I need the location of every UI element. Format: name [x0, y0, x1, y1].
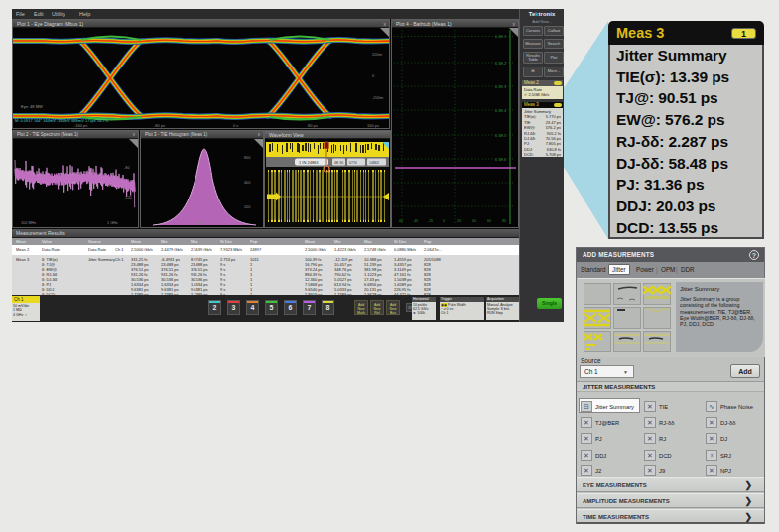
svg-text:60: 60: [487, 219, 491, 223]
svg-text:-60: -60: [398, 219, 403, 223]
svg-text:0: 0: [443, 219, 445, 223]
svg-text:400: 400: [244, 181, 250, 185]
svg-text:-80: -80: [124, 166, 130, 170]
svg-text:200m: 200m: [372, 52, 383, 57]
svg-text:-120: -120: [124, 196, 132, 200]
svg-text:80: 80: [502, 219, 506, 223]
svg-text:0770: 0770: [349, 161, 357, 165]
svg-text:0.1E-5: 0.1E-5: [495, 134, 506, 138]
svg-text:1 GHz: 1 GHz: [107, 221, 118, 225]
svg-text:40: 40: [472, 219, 476, 223]
svg-text:0: 0: [372, 73, 375, 78]
svg-text:20: 20: [457, 219, 461, 223]
svg-text:0.1E-1: 0.1E-1: [495, 35, 506, 39]
svg-text:0.1E-6: 0.1E-6: [495, 158, 506, 162]
svg-text:0.1E-2: 0.1E-2: [495, 62, 506, 66]
svg-text:-18.8: -18.8: [195, 221, 204, 225]
svg-text:800: 800: [244, 156, 250, 160]
svg-text:200: 200: [244, 205, 250, 209]
svg-text:-20: -20: [428, 219, 433, 223]
svg-text:0.1E-4: 0.1E-4: [495, 109, 506, 113]
svg-text:14863: 14863: [369, 161, 379, 165]
svg-text:100 MHz: 100 MHz: [21, 221, 36, 225]
svg-text:-200m: -200m: [372, 95, 384, 100]
svg-text:1 IN 24863: 1 IN 24863: [299, 160, 319, 165]
svg-text:0.1E-3: 0.1E-3: [495, 85, 506, 89]
svg-text:-40: -40: [413, 219, 418, 223]
svg-text:4E 30: 4E 30: [334, 161, 343, 165]
